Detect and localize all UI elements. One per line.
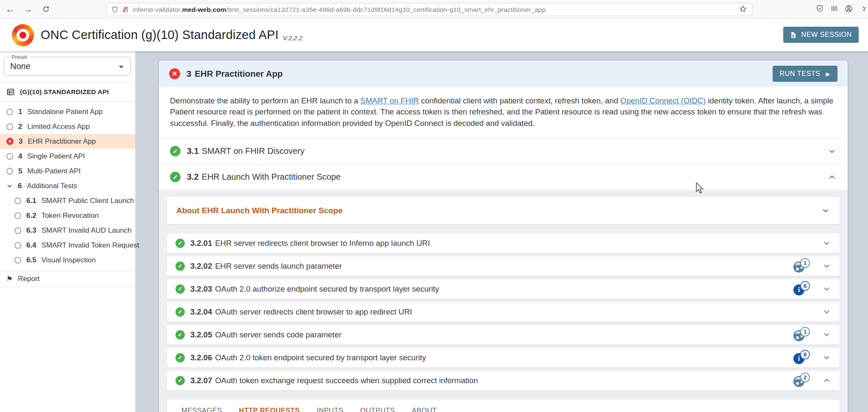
about-section[interactable]: About EHR Launch With Practitioner Scope (167, 197, 840, 224)
test-row-3-2-04[interactable]: ✓ 3.2.04OAuth server redirects client br… (167, 302, 840, 322)
shield-icon[interactable] (111, 6, 118, 13)
sidebar-item-visual-inspection[interactable]: 6.5 Visual Inspection (0, 253, 135, 267)
chevron-down-icon[interactable] (827, 147, 837, 156)
run-tests-label: RUN TESTS (780, 70, 821, 78)
run-tests-button[interactable]: RUN TESTS ▶ (773, 66, 837, 82)
request-count-badge[interactable]: 1 (792, 326, 816, 343)
detail-tabbar: MESSAGES HTTP REQUESTS INPUTS OUTPUTS AB… (173, 400, 834, 412)
item-number: 6.1 (26, 197, 36, 205)
sidebar-item-additional-tests[interactable]: 6 Additional Tests (0, 178, 135, 193)
sidebar-item-ehr-practitioner-app[interactable]: ✕ 3 EHR Practitioner App (0, 134, 135, 149)
item-number: 6.2 (26, 212, 36, 220)
test-row-3-2-05[interactable]: ✓ 3.2.05OAuth server sends code paramete… (167, 325, 840, 345)
radio-icon (6, 153, 13, 160)
chevron-up-icon[interactable] (822, 376, 831, 385)
back-icon[interactable]: ← (3, 2, 18, 17)
tab-inputs[interactable]: INPUTS (308, 400, 352, 412)
sidebar-item-multi-patient-api[interactable]: 5 Multi-Patient API (0, 164, 135, 178)
lock-disabled-icon[interactable] (122, 6, 129, 13)
tab-about[interactable]: ABOUT (403, 400, 445, 412)
item-label: Token Revocation (42, 212, 99, 220)
tab-outputs[interactable]: OUTPUTS (352, 400, 403, 412)
success-check-icon: ✓ (175, 353, 185, 362)
radio-icon (14, 227, 21, 234)
extensions-icon[interactable] (860, 5, 866, 14)
openid-connect-link[interactable]: OpenID Connect (OIDC) (620, 96, 706, 105)
sidebar-item-single-patient-api[interactable]: 4 Single Patient API (0, 149, 135, 164)
message-count-badge[interactable]: i 6 (792, 281, 816, 298)
success-check-icon: ✓ (175, 284, 185, 294)
test-label: 3.2.07OAuth token exchange request succe… (190, 376, 478, 385)
sidebar-suite-header[interactable]: (G)(10) STANDARDIZED API (0, 82, 135, 101)
item-number: 6.3 (26, 226, 36, 235)
message-count-badge[interactable]: i 6 (792, 349, 816, 366)
divider (0, 101, 135, 102)
success-check-icon: ✓ (170, 172, 181, 182)
new-session-label: NEW SESSION (801, 31, 852, 39)
error-icon: ✕ (6, 138, 14, 145)
chevron-down-icon[interactable] (822, 262, 831, 270)
account-icon[interactable] (845, 5, 853, 14)
new-session-button[interactable]: NEW SESSION (783, 27, 859, 43)
test-label: 3.2.05OAuth server sends code parameter (190, 330, 342, 340)
test-row-3-2-07[interactable]: ✓ 3.2.07OAuth token exchange request suc… (167, 371, 840, 390)
test-row-3-2-01[interactable]: ✓ 3.2.01EHR server redirects client brow… (167, 234, 840, 253)
smart-on-fhir-link[interactable]: SMART on FHIR (360, 96, 419, 105)
sidebar-item-smart-invalid-aud-launch[interactable]: 6.3 SMART Invalid AUD Launch (0, 223, 135, 238)
chevron-down-icon (119, 66, 124, 68)
badge-count: 2 (800, 373, 810, 382)
library-icon[interactable] (830, 5, 838, 14)
group-row-label: 3.1SMART on FHIR Discovery (187, 146, 304, 156)
badge-count: 1 (800, 327, 810, 337)
test-row-3-2-02[interactable]: ✓ 3.2.02EHR server sends launch paramete… (167, 256, 840, 276)
preset-select[interactable]: Preset None (4, 57, 131, 76)
success-check-icon: ✓ (175, 307, 185, 317)
preset-value: None (10, 61, 31, 71)
tab-http-requests[interactable]: HTTP REQUESTS (231, 400, 308, 412)
success-check-icon: ✓ (175, 262, 185, 271)
url-bar[interactable]: inferno-validator.med-web.com/test_sessi… (106, 3, 752, 16)
item-label: Visual Inspection (42, 256, 96, 264)
chevron-up-icon[interactable] (827, 173, 837, 182)
item-number: 4 (18, 152, 22, 161)
chevron-down-icon[interactable] (821, 206, 830, 215)
test-row-3-2-03[interactable]: ✓ 3.2.03OAuth 2.0 authorize endpoint sec… (167, 279, 840, 299)
badge-slot (792, 303, 816, 320)
badge-count: 1 (800, 258, 810, 268)
preset-label: Preset (9, 54, 30, 60)
chevron-down-icon[interactable] (822, 239, 831, 248)
chevron-down-icon (6, 183, 13, 189)
bookmark-star-icon[interactable] (739, 5, 747, 14)
test-suite-icon (6, 88, 15, 96)
sidebar-item-smart-public-client-launch[interactable]: 6.1 SMART Public Client Launch (0, 193, 135, 208)
sidebar-item-limited-access-app[interactable]: 2 Limited Access App (0, 119, 135, 134)
chevron-down-icon[interactable] (822, 284, 831, 293)
app-version: V.2.2.2 (283, 34, 302, 42)
tab-messages[interactable]: MESSAGES (173, 400, 231, 412)
badge-count: 6 (800, 350, 810, 359)
pocket-shield-icon[interactable] (816, 5, 823, 14)
test-label: 3.2.02EHR server sends launch parameter (190, 262, 342, 271)
chevron-down-icon[interactable] (822, 330, 831, 339)
sidebar-item-token-revocation[interactable]: 6.2 Token Revocation (0, 208, 135, 223)
success-check-icon: ✓ (175, 376, 185, 385)
forward-icon[interactable]: → (20, 2, 36, 17)
reload-icon[interactable] (38, 2, 53, 17)
test-row-3-2-06[interactable]: ✓ 3.2.06OAuth 2.0 token endpoint secured… (167, 348, 840, 367)
chevron-down-icon[interactable] (822, 307, 831, 316)
test-label: 3.2.06OAuth 2.0 token endpoint secured b… (190, 353, 426, 362)
request-count-badge[interactable]: 1 (792, 258, 816, 275)
new-document-icon (790, 31, 796, 39)
test-label: 3.2.01EHR server redirects client browse… (190, 239, 430, 248)
sidebar-item-standalone-patient-app[interactable]: 1 Standalone Patient App (0, 104, 135, 119)
sidebar-item-smart-invalid-token-request[interactable]: 6.4 SMART Invalid Token Request (0, 238, 135, 253)
success-check-icon: ✓ (175, 330, 185, 340)
badge-count: 6 (800, 281, 810, 291)
sidebar-item-report[interactable]: ⚑ Report (0, 271, 135, 287)
test-group-row-3-1[interactable]: ✓ 3.1SMART on FHIR Discovery (159, 139, 848, 164)
test-group-row-3-2[interactable]: ✓ 3.2EHR Launch With Practitioner Scope (159, 164, 848, 190)
item-label: Single Patient API (27, 152, 85, 161)
item-label: SMART Invalid Token Request (42, 241, 139, 250)
request-count-badge[interactable]: 2 (792, 372, 816, 389)
chevron-down-icon[interactable] (822, 353, 831, 362)
